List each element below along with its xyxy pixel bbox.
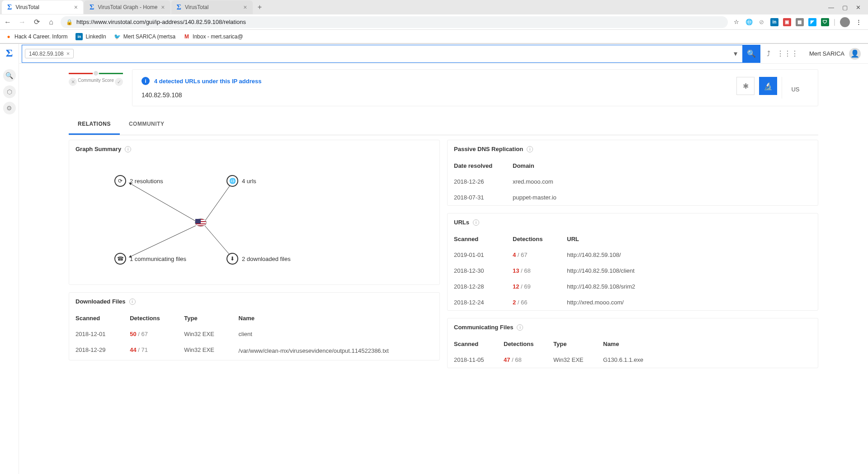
graph-node-communicating[interactable]: ☎ 1 communicating files bbox=[114, 253, 186, 265]
comm-icon: ☎ bbox=[114, 253, 126, 265]
url-input[interactable]: 🔒 https://www.virustotal.com/gui/ip-addr… bbox=[61, 16, 728, 28]
apps-icon[interactable]: ⋮⋮⋮ bbox=[777, 49, 798, 58]
tab-community[interactable]: COMMUNITY bbox=[120, 114, 174, 135]
url-text: https://www.virustotal.com/gui/ip-addres… bbox=[76, 19, 246, 25]
cell-scanned: 2019-01-01 bbox=[448, 247, 506, 263]
bookmark-label: Hack 4 Career. Inform bbox=[14, 33, 67, 40]
bookmark-label: Inbox - mert.sarica@ bbox=[193, 33, 243, 40]
graph-node-downloaded[interactable]: ⬇ 2 downloaded files bbox=[226, 253, 291, 265]
summary-row: ✕ Community Score ✓ i 4 detected URLs un… bbox=[69, 69, 818, 106]
cell-url: http://xred.mooo.com/ bbox=[561, 294, 818, 310]
ext-icon[interactable]: ◤ bbox=[808, 18, 816, 26]
detection-alert: i 4 detected URLs under this IP address bbox=[142, 77, 261, 85]
shield-ext-icon[interactable]: 🛡 bbox=[821, 18, 829, 26]
user-menu[interactable]: Mert SARICA 👤 bbox=[805, 48, 865, 60]
table-row[interactable]: 2018-12-26 xred.mooo.com bbox=[448, 174, 818, 190]
score-up-icon[interactable]: ✓ bbox=[115, 78, 123, 86]
graph-canvas[interactable]: ⟳ 2 resolutions 🌐 4 urls ☎ 1 communicati… bbox=[69, 158, 439, 284]
search-chip[interactable]: 140.82.59.108 × bbox=[25, 49, 74, 58]
browser-tab[interactable]: Σ VirusTotal Graph - Home × bbox=[84, 0, 170, 14]
ext-icon[interactable]: ▦ bbox=[796, 18, 804, 26]
browser-tab[interactable]: Σ VirusTotal × bbox=[2, 0, 83, 14]
close-icon[interactable]: × bbox=[161, 4, 165, 11]
graph-node-resolutions[interactable]: ⟳ 2 resolutions bbox=[114, 175, 163, 187]
info-icon[interactable]: i bbox=[517, 324, 523, 331]
alert-text: 4 detected URLs under this IP address bbox=[154, 78, 261, 85]
new-tab-button[interactable]: + bbox=[254, 3, 266, 11]
maximize-button[interactable]: ▢ bbox=[842, 4, 848, 11]
table-row[interactable]: 2018-12-01 50 / 67 Win32 EXE client bbox=[69, 326, 439, 342]
browser-tab[interactable]: Σ VirusTotal × bbox=[171, 0, 253, 14]
cell-date: 2018-12-26 bbox=[448, 174, 506, 190]
cell-date: 2018-07-31 bbox=[448, 190, 506, 205]
info-icon[interactable]: i bbox=[527, 146, 533, 152]
cell-scanned: 2018-12-01 bbox=[69, 326, 123, 342]
graph-button[interactable]: ✱ bbox=[736, 77, 755, 95]
search-dropdown[interactable]: ▾ bbox=[729, 45, 742, 63]
score-down-icon[interactable]: ✕ bbox=[69, 78, 77, 86]
tab-relations[interactable]: RELATIONS bbox=[69, 114, 120, 135]
svg-line-0 bbox=[129, 183, 196, 221]
home-button[interactable]: ⌂ bbox=[46, 18, 56, 26]
cell-scanned: 2018-12-24 bbox=[448, 294, 506, 310]
back-button[interactable]: ← bbox=[3, 18, 13, 26]
table-row[interactable]: 2018-12-28 12 / 69 http://140.82.59.108/… bbox=[448, 279, 818, 294]
bookmark-item[interactable]: in LinkedIn bbox=[75, 33, 106, 40]
cell-scanned: 2018-12-29 bbox=[69, 342, 123, 360]
bookmark-item[interactable]: M Inbox - mert.sarica@ bbox=[184, 33, 243, 40]
close-icon[interactable]: × bbox=[74, 4, 78, 11]
ext-icon[interactable]: ▣ bbox=[783, 18, 791, 26]
linkedin-ext-icon[interactable]: in bbox=[770, 18, 778, 26]
reload-button[interactable]: ⟳ bbox=[32, 18, 42, 26]
graph-node-urls[interactable]: 🌐 4 urls bbox=[226, 175, 256, 187]
col-url: URL bbox=[561, 231, 818, 247]
table-row[interactable]: 2018-07-31 puppet-master.io bbox=[448, 190, 818, 205]
bookmark-item[interactable]: 🐦 Mert SARICA (mertsa bbox=[114, 33, 175, 40]
vt-logo-icon[interactable]: Σ bbox=[3, 47, 16, 59]
bookmarks-bar: ● Hack 4 Career. Inform in LinkedIn 🐦 Me… bbox=[0, 30, 868, 43]
table-row[interactable]: 2019-01-01 4 / 67 http://140.82.59.108/ bbox=[448, 247, 818, 263]
chip-remove-icon[interactable]: × bbox=[66, 50, 70, 57]
minimize-button[interactable]: — bbox=[828, 4, 834, 11]
close-icon[interactable]: × bbox=[243, 4, 247, 11]
api-nav-icon[interactable]: ⚙ bbox=[3, 102, 16, 114]
info-icon[interactable]: i bbox=[129, 299, 136, 305]
col-scanned: Scanned bbox=[69, 310, 123, 326]
table-row[interactable]: 2018-12-24 2 / 66 http://xred.mooo.com/ bbox=[448, 294, 818, 310]
upload-icon[interactable]: ⤴ bbox=[767, 50, 770, 58]
col-scanned: Scanned bbox=[448, 231, 506, 247]
tab-bar: Σ VirusTotal × Σ VirusTotal Graph - Home… bbox=[0, 0, 868, 14]
passive-dns-table: Date resolved Domain 2018-12-26 xred.moo… bbox=[448, 158, 818, 205]
cell-url: http://140.82.59.108/ bbox=[561, 247, 818, 263]
cell-detections: 47 / 68 bbox=[497, 352, 547, 368]
graph-nav-icon[interactable]: ⬡ bbox=[3, 85, 16, 98]
info-icon[interactable]: i bbox=[125, 146, 131, 152]
close-window-button[interactable]: ✕ bbox=[856, 4, 861, 11]
country-code: US bbox=[782, 77, 809, 99]
passive-dns-panel: Passive DNS Replication i Date resolved … bbox=[447, 140, 818, 206]
star-icon[interactable]: ☆ bbox=[732, 18, 741, 26]
browser-chrome: Σ VirusTotal × Σ VirusTotal Graph - Home… bbox=[0, 0, 868, 44]
menu-icon[interactable]: ⋮ bbox=[854, 18, 863, 26]
info-icon[interactable]: i bbox=[473, 219, 479, 226]
blocker-icon[interactable]: ⊘ bbox=[758, 18, 766, 26]
forward-button[interactable]: → bbox=[17, 18, 27, 26]
panel-title: Graph Summary bbox=[75, 146, 121, 152]
globe-icon[interactable]: 🌐 bbox=[745, 18, 753, 26]
bookmark-item[interactable]: ● Hack 4 Career. Inform bbox=[5, 33, 67, 40]
cell-detections: 12 / 69 bbox=[506, 279, 561, 294]
panel-header: Communicating Files i bbox=[448, 318, 818, 336]
search-input[interactable]: 140.82.59.108 × bbox=[22, 45, 729, 63]
table-row[interactable]: 2018-12-30 13 / 68 http://140.82.59.108/… bbox=[448, 263, 818, 279]
profile-avatar[interactable] bbox=[840, 17, 850, 27]
graph-summary-panel: Graph Summary i bbox=[69, 140, 440, 285]
cell-name: /var/www/clean-mx/virusesevidence/output… bbox=[232, 342, 439, 360]
search-button[interactable]: 🔍 bbox=[742, 45, 760, 63]
search-nav-icon[interactable]: 🔍 bbox=[3, 69, 16, 82]
cell-scanned: 2018-12-30 bbox=[448, 263, 506, 279]
table-row[interactable]: 2018-11-05 47 / 68 Win32 EXE G130.6.1.1.… bbox=[448, 352, 818, 368]
cell-detections: 13 / 68 bbox=[506, 263, 561, 279]
table-row[interactable]: 2018-12-29 44 / 71 Win32 EXE /var/www/cl… bbox=[69, 342, 439, 360]
svg-line-1 bbox=[205, 183, 232, 221]
reanalyze-button[interactable]: 🔬 bbox=[759, 77, 777, 95]
